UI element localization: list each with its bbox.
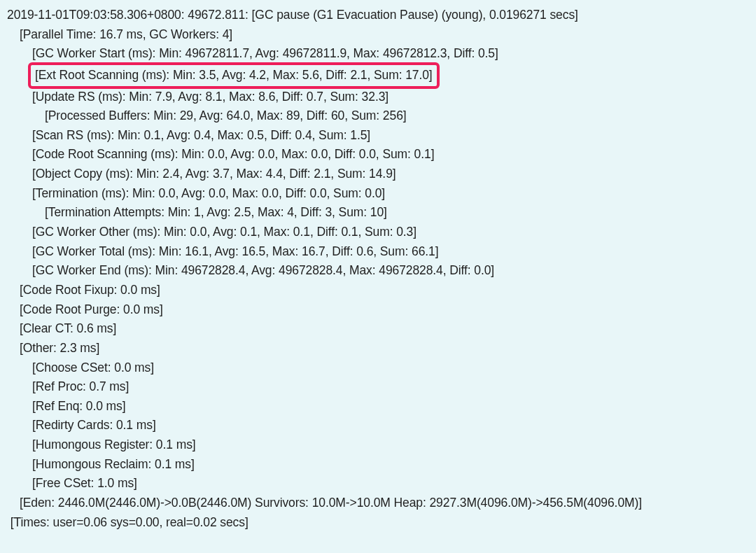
- log-line: [GC Worker End (ms): Min: 49672828.4, Av…: [7, 261, 749, 281]
- log-line: [Free CSet: 1.0 ms]: [7, 474, 749, 493]
- log-line: [GC Worker Start (ms): Min: 49672811.7, …: [7, 44, 749, 64]
- log-line: [Ref Enq: 0.0 ms]: [7, 397, 749, 416]
- log-line: [Code Root Scanning (ms): Min: 0.0, Avg:…: [7, 145, 749, 164]
- log-line: [Clear CT: 0.6 ms]: [7, 319, 749, 339]
- log-line: [GC Worker Total (ms): Min: 16.1, Avg: 1…: [7, 242, 749, 262]
- log-line: [Eden: 2446.0M(2446.0M)->0.0B(2446.0M) S…: [7, 493, 749, 513]
- log-line: [Redirty Cards: 0.1 ms]: [7, 416, 749, 435]
- log-line: [Choose CSet: 0.0 ms]: [7, 358, 749, 378]
- log-line: [Humongous Reclaim: 0.1 ms]: [7, 455, 749, 475]
- highlight-box: [Ext Root Scanning (ms): Min: 3.5, Avg: …: [28, 62, 440, 89]
- log-line: [Processed Buffers: Min: 29, Avg: 64.0, …: [7, 106, 749, 126]
- log-line: [Times: user=0.06 sys=0.00, real=0.02 se…: [7, 513, 749, 533]
- log-line: [Parallel Time: 16.7 ms, GC Workers: 4]: [7, 25, 749, 45]
- log-line-highlighted: [Ext Root Scanning (ms): Min: 3.5, Avg: …: [35, 68, 433, 82]
- log-line: [Ref Proc: 0.7 ms]: [7, 377, 749, 397]
- log-line: 2019-11-01T09:03:58.306+0800: 49672.811:…: [7, 6, 749, 25]
- log-line: [GC Worker Other (ms): Min: 0.0, Avg: 0.…: [7, 223, 749, 242]
- log-line: [Other: 2.3 ms]: [7, 339, 749, 358]
- log-line: [Code Root Purge: 0.0 ms]: [7, 300, 749, 320]
- log-line: [Code Root Fixup: 0.0 ms]: [7, 281, 749, 300]
- log-line: [Termination Attempts: Min: 1, Avg: 2.5,…: [7, 203, 749, 223]
- log-line: [Termination (ms): Min: 0.0, Avg: 0.0, M…: [7, 184, 749, 204]
- log-line: [Update RS (ms): Min: 7.9, Avg: 8.1, Max…: [7, 88, 749, 107]
- log-line: [Humongous Register: 0.1 ms]: [7, 435, 749, 455]
- log-line: [Object Copy (ms): Min: 2.4, Avg: 3.7, M…: [7, 164, 749, 184]
- log-line: [Scan RS (ms): Min: 0.1, Avg: 0.4, Max: …: [7, 126, 749, 146]
